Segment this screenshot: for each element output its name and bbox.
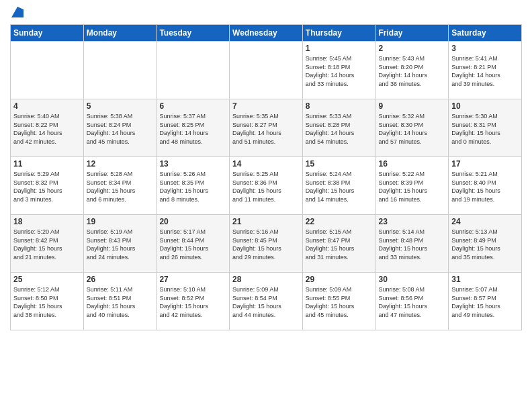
- day-number: 5: [87, 101, 154, 111]
- calendar-cell: [230, 42, 303, 99]
- calendar-cell: 10Sunrise: 5:30 AM Sunset: 8:31 PM Dayli…: [449, 99, 522, 157]
- page: SundayMondayTuesdayWednesdayThursdayFrid…: [0, 0, 532, 411]
- day-info: Sunrise: 5:24 AM Sunset: 8:38 PM Dayligh…: [306, 170, 373, 203]
- calendar-cell: 1Sunrise: 5:45 AM Sunset: 8:18 PM Daylig…: [302, 42, 375, 99]
- day-info: Sunrise: 5:38 AM Sunset: 8:24 PM Dayligh…: [87, 112, 154, 146]
- day-number: 9: [379, 101, 446, 111]
- weekday-header-sunday: Sunday: [11, 25, 84, 42]
- day-info: Sunrise: 5:09 AM Sunset: 8:54 PM Dayligh…: [232, 285, 300, 319]
- calendar-cell: [83, 42, 157, 99]
- calendar-cell: 29Sunrise: 5:09 AM Sunset: 8:55 PM Dayli…: [302, 273, 375, 330]
- day-number: 4: [13, 101, 81, 111]
- day-info: Sunrise: 5:09 AM Sunset: 8:55 PM Dayligh…: [306, 285, 373, 319]
- calendar-cell: 15Sunrise: 5:24 AM Sunset: 8:38 PM Dayli…: [302, 157, 375, 215]
- day-info: Sunrise: 5:28 AM Sunset: 8:34 PM Dayligh…: [87, 170, 154, 203]
- day-info: Sunrise: 5:21 AM Sunset: 8:40 PM Dayligh…: [451, 170, 519, 203]
- weekday-header-saturday: Saturday: [449, 25, 522, 42]
- day-info: Sunrise: 5:40 AM Sunset: 8:22 PM Dayligh…: [13, 112, 81, 146]
- day-number: 8: [306, 101, 373, 111]
- day-info: Sunrise: 5:26 AM Sunset: 8:35 PM Dayligh…: [159, 170, 226, 203]
- day-number: 22: [306, 217, 373, 226]
- calendar-cell: 24Sunrise: 5:13 AM Sunset: 8:49 PM Dayli…: [449, 215, 522, 273]
- day-info: Sunrise: 5:08 AM Sunset: 8:56 PM Dayligh…: [379, 285, 446, 319]
- day-info: Sunrise: 5:14 AM Sunset: 8:48 PM Dayligh…: [379, 228, 446, 261]
- calendar-week-1: 1Sunrise: 5:45 AM Sunset: 8:18 PM Daylig…: [11, 42, 522, 99]
- calendar-cell: 30Sunrise: 5:08 AM Sunset: 8:56 PM Dayli…: [375, 273, 449, 330]
- day-number: 6: [159, 101, 226, 111]
- calendar-cell: 20Sunrise: 5:17 AM Sunset: 8:44 PM Dayli…: [157, 215, 230, 273]
- day-info: Sunrise: 5:19 AM Sunset: 8:43 PM Dayligh…: [87, 228, 154, 261]
- day-number: 2: [379, 44, 446, 53]
- day-number: 26: [87, 275, 154, 284]
- logo: [10, 7, 24, 19]
- calendar-week-2: 4Sunrise: 5:40 AM Sunset: 8:22 PM Daylig…: [11, 99, 522, 157]
- calendar-cell: [11, 42, 84, 99]
- day-number: 23: [379, 217, 446, 226]
- calendar-week-4: 18Sunrise: 5:20 AM Sunset: 8:42 PM Dayli…: [11, 215, 522, 273]
- calendar-cell: 19Sunrise: 5:19 AM Sunset: 8:43 PM Dayli…: [83, 215, 157, 273]
- calendar-cell: 4Sunrise: 5:40 AM Sunset: 8:22 PM Daylig…: [11, 99, 84, 157]
- day-info: Sunrise: 5:30 AM Sunset: 8:31 PM Dayligh…: [451, 112, 519, 146]
- day-number: 17: [451, 159, 519, 169]
- day-info: Sunrise: 5:17 AM Sunset: 8:44 PM Dayligh…: [159, 228, 226, 261]
- calendar-cell: 7Sunrise: 5:35 AM Sunset: 8:27 PM Daylig…: [230, 99, 303, 157]
- day-number: 1: [306, 44, 373, 53]
- day-info: Sunrise: 5:33 AM Sunset: 8:28 PM Dayligh…: [306, 112, 373, 146]
- calendar-cell: 25Sunrise: 5:12 AM Sunset: 8:50 PM Dayli…: [11, 273, 84, 330]
- day-info: Sunrise: 5:29 AM Sunset: 8:32 PM Dayligh…: [13, 170, 81, 203]
- calendar-cell: 17Sunrise: 5:21 AM Sunset: 8:40 PM Dayli…: [449, 157, 522, 215]
- day-info: Sunrise: 5:16 AM Sunset: 8:45 PM Dayligh…: [232, 228, 300, 261]
- calendar-cell: 26Sunrise: 5:11 AM Sunset: 8:51 PM Dayli…: [83, 273, 157, 330]
- calendar-cell: [157, 42, 230, 99]
- day-number: 18: [13, 217, 81, 226]
- day-info: Sunrise: 5:43 AM Sunset: 8:20 PM Dayligh…: [379, 54, 446, 88]
- day-info: Sunrise: 5:12 AM Sunset: 8:50 PM Dayligh…: [13, 285, 81, 319]
- calendar-cell: 13Sunrise: 5:26 AM Sunset: 8:35 PM Dayli…: [157, 157, 230, 215]
- calendar-cell: 9Sunrise: 5:32 AM Sunset: 8:30 PM Daylig…: [375, 99, 449, 157]
- day-number: 21: [232, 217, 300, 226]
- day-number: 10: [451, 101, 519, 111]
- weekday-header-monday: Monday: [83, 25, 157, 42]
- day-number: 24: [451, 217, 519, 226]
- calendar-cell: 21Sunrise: 5:16 AM Sunset: 8:45 PM Dayli…: [230, 215, 303, 273]
- calendar-cell: 6Sunrise: 5:37 AM Sunset: 8:25 PM Daylig…: [157, 99, 230, 157]
- day-info: Sunrise: 5:45 AM Sunset: 8:18 PM Dayligh…: [306, 54, 373, 88]
- day-number: 16: [379, 159, 446, 169]
- day-info: Sunrise: 5:25 AM Sunset: 8:36 PM Dayligh…: [232, 170, 300, 203]
- calendar-body: 1Sunrise: 5:45 AM Sunset: 8:18 PM Daylig…: [11, 42, 522, 330]
- day-number: 27: [159, 275, 226, 284]
- calendar-week-3: 11Sunrise: 5:29 AM Sunset: 8:32 PM Dayli…: [11, 157, 522, 215]
- day-number: 28: [232, 275, 300, 284]
- calendar-header: SundayMondayTuesdayWednesdayThursdayFrid…: [11, 25, 522, 42]
- day-info: Sunrise: 5:32 AM Sunset: 8:30 PM Dayligh…: [379, 112, 446, 146]
- calendar: SundayMondayTuesdayWednesdayThursdayFrid…: [10, 24, 522, 330]
- day-number: 25: [13, 275, 81, 284]
- calendar-cell: 16Sunrise: 5:22 AM Sunset: 8:39 PM Dayli…: [375, 157, 449, 215]
- day-info: Sunrise: 5:41 AM Sunset: 8:21 PM Dayligh…: [451, 54, 519, 88]
- calendar-cell: 3Sunrise: 5:41 AM Sunset: 8:21 PM Daylig…: [449, 42, 522, 99]
- weekday-header-friday: Friday: [375, 25, 449, 42]
- svg-marker-0: [11, 7, 24, 17]
- day-info: Sunrise: 5:15 AM Sunset: 8:47 PM Dayligh…: [306, 228, 373, 261]
- calendar-cell: 18Sunrise: 5:20 AM Sunset: 8:42 PM Dayli…: [11, 215, 84, 273]
- weekday-header-wednesday: Wednesday: [230, 25, 303, 42]
- day-info: Sunrise: 5:10 AM Sunset: 8:52 PM Dayligh…: [159, 285, 226, 319]
- calendar-cell: 2Sunrise: 5:43 AM Sunset: 8:20 PM Daylig…: [375, 42, 449, 99]
- calendar-cell: 28Sunrise: 5:09 AM Sunset: 8:54 PM Dayli…: [230, 273, 303, 330]
- weekday-header-thursday: Thursday: [302, 25, 375, 42]
- day-info: Sunrise: 5:13 AM Sunset: 8:49 PM Dayligh…: [451, 228, 519, 261]
- day-info: Sunrise: 5:35 AM Sunset: 8:27 PM Dayligh…: [232, 112, 300, 146]
- weekday-row: SundayMondayTuesdayWednesdayThursdayFrid…: [11, 25, 522, 42]
- header: [10, 7, 522, 19]
- day-info: Sunrise: 5:07 AM Sunset: 8:57 PM Dayligh…: [451, 285, 519, 319]
- calendar-cell: 22Sunrise: 5:15 AM Sunset: 8:47 PM Dayli…: [302, 215, 375, 273]
- calendar-cell: 12Sunrise: 5:28 AM Sunset: 8:34 PM Dayli…: [83, 157, 157, 215]
- day-number: 11: [13, 159, 81, 169]
- day-number: 13: [159, 159, 226, 169]
- calendar-cell: 8Sunrise: 5:33 AM Sunset: 8:28 PM Daylig…: [302, 99, 375, 157]
- calendar-cell: 11Sunrise: 5:29 AM Sunset: 8:32 PM Dayli…: [11, 157, 84, 215]
- day-info: Sunrise: 5:37 AM Sunset: 8:25 PM Dayligh…: [159, 112, 226, 146]
- calendar-cell: 5Sunrise: 5:38 AM Sunset: 8:24 PM Daylig…: [83, 99, 157, 157]
- calendar-week-5: 25Sunrise: 5:12 AM Sunset: 8:50 PM Dayli…: [11, 273, 522, 330]
- calendar-cell: 31Sunrise: 5:07 AM Sunset: 8:57 PM Dayli…: [449, 273, 522, 330]
